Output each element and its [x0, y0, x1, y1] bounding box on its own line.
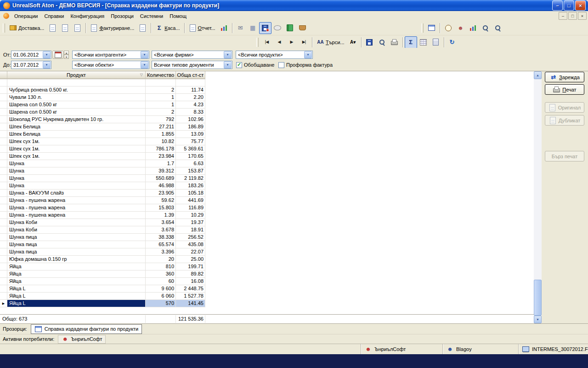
table-row[interactable]: Шарена сол 0.500 кг28.33: [0, 109, 534, 116]
chart-report-button[interactable]: [218, 22, 230, 34]
scrollbar-thumb[interactable]: [534, 280, 542, 316]
table-row[interactable]: Шарена сол 0.500 кг14.23: [0, 101, 534, 109]
window-tab[interactable]: Справка издадени фактури по продукти: [31, 324, 142, 334]
window-report-button[interactable]: [425, 22, 438, 34]
time-button[interactable]: [442, 22, 454, 34]
nav-first-button[interactable]: |◀: [260, 36, 273, 48]
mdi-restore-button[interactable]: □: [568, 12, 577, 20]
menu-item[interactable]: Системни: [137, 12, 166, 20]
refresh-button[interactable]: ↻: [446, 36, 458, 48]
table-row[interactable]: Шунка Коби3.65419.37: [0, 219, 534, 226]
scroll-up-button[interactable]: ▲: [534, 71, 542, 79]
menu-item[interactable]: Прозорци: [107, 12, 137, 20]
to-date-input[interactable]: 31.07.2012 ▼: [11, 61, 51, 69]
table-row[interactable]: [0, 79, 534, 86]
objects-select[interactable]: <Всички обекти> ▼: [72, 61, 149, 69]
table-row[interactable]: Яйца L9 6002 448.75: [0, 285, 534, 293]
table-row[interactable]: Шпек сух 1м.10.8275.77: [0, 138, 534, 145]
table-row[interactable]: Шунка пица65.574435.08: [0, 241, 534, 248]
cash-button[interactable]: ΣКаса...: [153, 22, 182, 34]
table-row[interactable]: Чубрица ронена 0.500 кг.211.74: [0, 86, 534, 94]
table-row[interactable]: Шпек сух 1м.23.984170.65: [0, 153, 534, 160]
report-button[interactable]: Отчет...: [187, 22, 218, 34]
preview-button[interactable]: [376, 36, 388, 48]
calculator-button[interactable]: [430, 36, 442, 48]
table-row[interactable]: Шунка пица38.338256.52: [0, 234, 534, 241]
from-date-input[interactable]: 01.06.2012 ▼: [11, 51, 51, 59]
table-row[interactable]: Шпек Белица1.85513.09: [0, 131, 534, 138]
ellipse-button[interactable]: [271, 22, 284, 34]
invoice-button[interactable]: Фактуриране...: [88, 22, 136, 34]
delivery-button[interactable]: Доставка...: [7, 22, 46, 34]
table-row[interactable]: Шунка пица3.39622.07: [0, 248, 534, 256]
table-row[interactable]: Шунка - пушена жарена15.803116.89: [0, 204, 534, 212]
summarize-button[interactable]: Σ: [405, 36, 417, 48]
find-button[interactable]: ААТърси...: [314, 36, 347, 48]
keyboard-button[interactable]: ▦: [247, 22, 259, 34]
table-row[interactable]: Юфка домашна 0.150 гр2025.00: [0, 256, 534, 263]
firms-select[interactable]: <Всички фирми> ▼: [152, 51, 232, 59]
table-row[interactable]: Чували 130 л.12.20: [0, 94, 534, 101]
proforma-checkbox[interactable]: Проформа фактура: [278, 61, 333, 69]
print-report-button[interactable]: Печат: [545, 84, 584, 95]
toolbar-grip[interactable]: [256, 38, 259, 47]
menu-item[interactable]: Конфигурация: [67, 12, 107, 20]
menu-item[interactable]: Справки: [41, 12, 67, 20]
scroll-down-button[interactable]: ▼: [534, 316, 542, 323]
print-button[interactable]: [388, 36, 401, 48]
save-button[interactable]: [363, 36, 376, 48]
summarize-checkbox[interactable]: ✓ Обобщаване: [236, 61, 274, 69]
nav-prev-button[interactable]: ◀: [273, 36, 285, 48]
table-row[interactable]: Шунка - пушена жарена59.62441.69: [0, 197, 534, 204]
table-row[interactable]: Яйца36089.82: [0, 270, 534, 278]
doctypes-select[interactable]: Всички типове документи ▼: [152, 61, 232, 69]
menu-item[interactable]: Помощ: [166, 12, 190, 20]
table-row[interactable]: Шунка46.988183.26: [0, 182, 534, 190]
table-row[interactable]: Шунка - пушена жарена1.3910.29: [0, 212, 534, 219]
font-button[interactable]: А▾: [347, 36, 359, 48]
table-row[interactable]: Яйца810199.71: [0, 263, 534, 270]
calendar-button[interactable]: [52, 51, 63, 59]
save-state-button[interactable]: [259, 22, 271, 34]
users-button[interactable]: ☻: [454, 22, 467, 34]
table-row[interactable]: Яйца6016.08: [0, 278, 534, 285]
zoom-in-button[interactable]: [479, 22, 492, 34]
mdi-close-button[interactable]: ×: [578, 12, 587, 20]
restore-button[interactable]: □: [564, 0, 574, 11]
nav-last-button[interactable]: ▶|: [298, 36, 310, 48]
doc-new-button[interactable]: [136, 22, 149, 34]
doc-edit-button[interactable]: [59, 22, 71, 34]
table-row[interactable]: Шунка - ВАКУУМ слайз23.905105.18: [0, 190, 534, 197]
vertical-scrollbar[interactable]: ▲ ▼: [534, 71, 542, 323]
table-row[interactable]: Шунка1.76.63: [0, 160, 534, 167]
table-row[interactable]: Шунка Коби3.67818.91: [0, 226, 534, 234]
active-user-badge[interactable]: ☻ ЪнриълСофт: [58, 335, 105, 344]
load-button[interactable]: ⇄Зарежда: [545, 72, 584, 82]
products-select[interactable]: <Всички продукти> ▼: [236, 51, 313, 59]
table-row[interactable]: Шпек Белица27.211186.89: [0, 123, 534, 131]
table-row[interactable]: Шунка550.6892 119.82: [0, 175, 534, 182]
column-header-quantity[interactable]: Количество: [146, 71, 176, 79]
table-row[interactable]: Шунка39.312153.87: [0, 167, 534, 175]
toolbar-grip[interactable]: [421, 23, 424, 33]
table-row[interactable]: Яйца L6 0601 527.78: [0, 293, 534, 300]
date-spinner[interactable]: ▲▼: [64, 51, 69, 59]
table-row[interactable]: Шоколад РУС Нукрема двуцветен 10 гр.7921…: [0, 116, 534, 123]
column-header-product[interactable]: Продукт ▽: [7, 71, 146, 79]
contragents-select[interactable]: <Всички контрагенти> ▼: [72, 51, 149, 59]
table-row[interactable]: Шпек сух 1м.786.1785 369.61: [0, 145, 534, 153]
toolbar-grip[interactable]: [3, 23, 5, 33]
warehouse-button[interactable]: [71, 22, 84, 34]
stats-button[interactable]: [467, 22, 479, 34]
menu-item[interactable]: Операции: [11, 12, 41, 20]
mdi-minimize-button[interactable]: –: [559, 12, 567, 20]
nav-next-button[interactable]: ▶: [285, 36, 298, 48]
cart-button[interactable]: [296, 22, 309, 34]
zoom-out-button[interactable]: [492, 22, 504, 34]
minimize-button[interactable]: –: [552, 0, 563, 11]
close-button[interactable]: ×: [575, 0, 586, 11]
pivot-button[interactable]: [417, 36, 430, 48]
table-row[interactable]: ▶Яйца L570141.45: [0, 300, 534, 307]
notes-button[interactable]: [284, 22, 296, 34]
doc-export-button[interactable]: [46, 22, 59, 34]
